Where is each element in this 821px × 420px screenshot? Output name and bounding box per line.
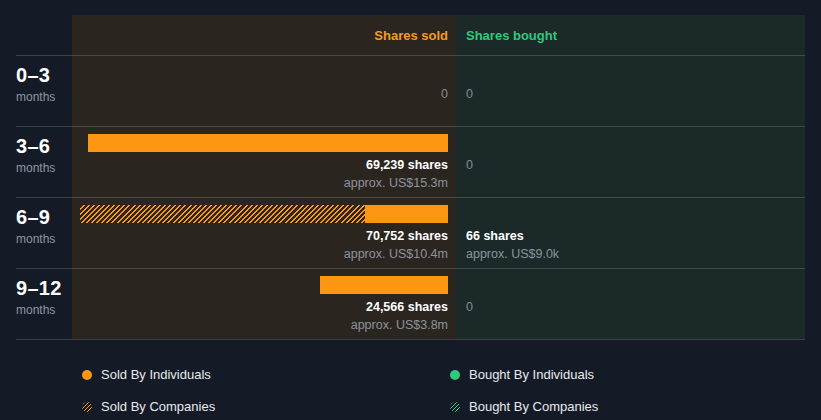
legend-label: Sold By Individuals [101,367,211,383]
row-0-3-sold-value: 0 [441,86,448,103]
shares-sold-header: Shares sold [72,15,456,55]
legend-label: Bought By Individuals [469,367,594,383]
row-0-3-bought-value: 0 [466,86,473,103]
row-9-12-sold-value: 24,566 shares [366,299,448,316]
row-3-6-sold-bars [88,134,448,152]
legend-sold-individuals[interactable]: Sold By Individuals [82,367,215,383]
row-6-9-bought-value: 66 shares [466,228,524,245]
bought-companies-hatched-dot-icon [450,402,460,412]
row-divider [16,126,805,127]
row-divider [16,339,805,340]
row-9-12-sold-bars [320,276,448,294]
period-label: 6–9 [16,206,72,228]
legend-sold-companies[interactable]: Sold By Companies [82,399,215,415]
period-unit-label: months [16,90,72,104]
shares-bought-header: Shares bought [456,15,805,55]
row-6-9-sold-cell: 70,752 shares approx. US$10.4m [72,197,456,268]
period-label: 0–3 [16,64,72,86]
insider-transactions-chart: Shares sold Shares bought 0 0 69,239 sha… [0,0,821,420]
row-3-6-bought-cell: 0 [456,126,805,197]
bar-sold-companies-6-9[interactable] [80,205,365,223]
sold-companies-hatched-dot-icon [82,402,92,412]
row-6-9-sold-approx: approx. US$10.4m [344,246,448,263]
period-0-3: 0–3 months [0,55,72,126]
legend-sold-column: Sold By Individuals Sold By Companies [82,367,215,420]
bar-sold-individuals-9-12[interactable] [320,276,448,294]
period-label: 3–6 [16,135,72,157]
row-3-6-sold-approx: approx. US$15.3m [344,175,448,192]
sold-individuals-dot-icon [82,370,92,380]
period-6-9: 6–9 months [0,197,72,268]
period-unit-label: months [16,161,72,175]
chart-grid: Shares sold Shares bought 0 0 69,239 sha… [72,15,805,339]
legend-bought-companies[interactable]: Bought By Companies [450,399,598,415]
period-unit-label: months [16,232,72,246]
row-divider [16,197,805,198]
row-3-6-sold-value: 69,239 shares [366,157,448,174]
bar-sold-individuals-6-9[interactable] [365,205,448,223]
row-divider [16,268,805,269]
row-6-9-sold-bars [80,205,448,223]
row-6-9-bought-approx: approx. US$9.0k [466,246,559,263]
row-3-6-sold-cell: 69,239 shares approx. US$15.3m [72,126,456,197]
period-9-12: 9–12 months [0,268,72,339]
period-3-6: 3–6 months [0,126,72,197]
row-9-12-bought-value: 0 [466,299,473,316]
bar-sold-individuals-3-6[interactable] [88,134,448,152]
bought-individuals-dot-icon [450,370,460,380]
period-label: 9–12 [16,277,72,299]
row-9-12-sold-cell: 24,566 shares approx. US$3.8m [72,268,456,339]
legend-label: Sold By Companies [101,399,215,415]
legend-label: Bought By Companies [469,399,598,415]
row-6-9-sold-value: 70,752 shares [366,228,448,245]
row-9-12-bought-cell: 0 [456,268,805,339]
row-9-12-sold-approx: approx. US$3.8m [351,317,448,334]
row-0-3-bought-cell: 0 [456,55,805,126]
row-3-6-bought-value: 0 [466,157,473,174]
row-0-3-sold-cell: 0 [72,55,456,126]
period-unit-label: months [16,303,72,317]
legend-bought-individuals[interactable]: Bought By Individuals [450,367,598,383]
legend-bought-column: Bought By Individuals Bought By Companie… [450,367,598,420]
row-divider [16,55,805,56]
row-6-9-bought-cell: 66 shares approx. US$9.0k [456,197,805,268]
